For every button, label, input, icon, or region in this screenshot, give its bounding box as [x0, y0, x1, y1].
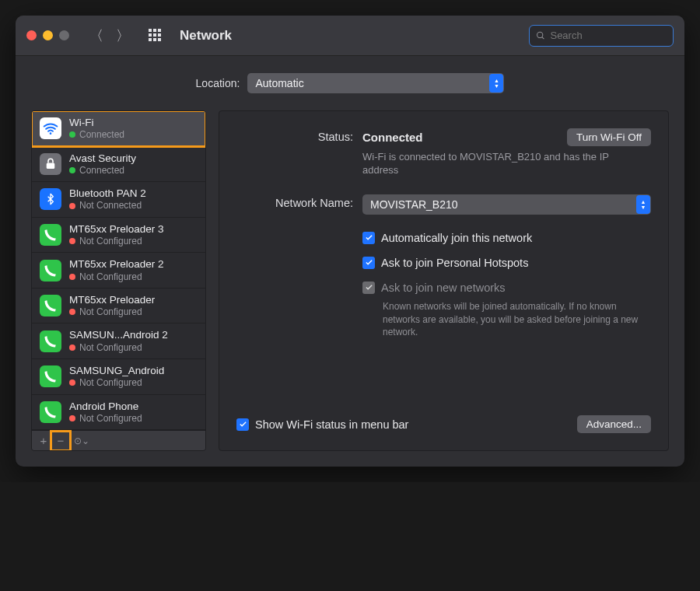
turn-wifi-off-button[interactable]: Turn Wi-Fi Off	[567, 128, 651, 146]
sidebar-item-bluetooth-pan-2[interactable]: Bluetooth PAN 2Not Connected	[32, 182, 205, 218]
minimize-window-button[interactable]	[43, 30, 53, 40]
service-text: MT65xx Preloader 2Not Configured	[69, 258, 164, 282]
advanced-button[interactable]: Advanced...	[577, 415, 651, 433]
service-status-text: Not Configured	[79, 271, 142, 282]
hotspot-label: Ask to join Personal Hotspots	[381, 257, 528, 269]
service-name: Android Phone	[69, 400, 142, 413]
network-preferences-window: 〈 〉 Network Location: Automatic ▲▼ Wi-Fi…	[16, 16, 684, 467]
location-label: Location:	[196, 77, 240, 89]
svg-line-1	[542, 37, 544, 39]
service-status-text: Connected	[79, 129, 124, 140]
service-text: Android PhoneNot Configured	[69, 400, 142, 425]
service-text: SAMSUN...Android 2Not Configured	[69, 329, 168, 353]
status-dot-icon	[69, 167, 75, 173]
sidebar-item-samsung-android[interactable]: SAMSUNG_AndroidNot Configured	[32, 359, 205, 395]
back-button[interactable]: 〈	[89, 29, 103, 43]
status-dot-icon	[69, 274, 75, 280]
sidebar-item-mt65xx-preloader-3[interactable]: MT65xx Preloader 3Not Configured	[32, 218, 205, 254]
sidebar-item-avast-security[interactable]: Avast SecurityConnected	[32, 147, 205, 183]
status-value: Connected	[362, 131, 423, 144]
status-dot-icon	[69, 415, 75, 421]
service-actions-menu[interactable]: ⊙⌄	[73, 432, 90, 449]
search-icon	[536, 30, 545, 41]
forward-button[interactable]: 〉	[116, 29, 130, 43]
hotspot-checkbox-row[interactable]: Ask to join Personal Hotspots	[362, 257, 651, 269]
service-name: Wi-Fi	[69, 117, 124, 129]
service-name: SAMSUN...Android 2	[69, 329, 168, 341]
titlebar: 〈 〉 Network	[16, 16, 684, 56]
service-status-text: Connected	[79, 165, 124, 176]
service-name: SAMSUNG_Android	[69, 365, 164, 377]
phone-icon	[40, 330, 61, 352]
status-dot-icon	[69, 131, 75, 138]
service-status: Not Configured	[69, 271, 164, 282]
menubar-label: Show Wi-Fi status in menu bar	[255, 418, 408, 431]
traffic-lights	[26, 30, 69, 40]
wifi-icon	[40, 117, 61, 139]
checkbox-checked-icon	[362, 257, 375, 269]
sidebar-item-wi-fi[interactable]: Wi-FiConnected	[32, 111, 205, 147]
status-dot-icon	[69, 203, 75, 209]
service-status: Not Connected	[69, 200, 146, 211]
service-text: MT65xx Preloader 3Not Configured	[69, 223, 164, 247]
phone-icon	[40, 295, 61, 316]
dropdown-stepper-icon: ▲▼	[489, 74, 503, 93]
window-title: Network	[180, 28, 232, 44]
add-service-button[interactable]: +	[35, 432, 52, 449]
phone-icon	[40, 401, 61, 423]
service-name: MT65xx Preloader 3	[69, 223, 164, 236]
service-sidebar: Wi-FiConnectedAvast SecurityConnectedBlu…	[31, 110, 206, 451]
network-name-select[interactable]: MOVISTAR_B210 ▲▼	[362, 194, 651, 215]
service-text: MT65xx PreloaderNot Configured	[69, 294, 155, 318]
sidebar-toolbar: + − ⊙⌄	[32, 430, 205, 450]
sidebar-item-android-phone[interactable]: Android PhoneNot Configured	[32, 395, 205, 431]
service-text: Avast SecurityConnected	[69, 152, 136, 177]
location-select[interactable]: Automatic ▲▼	[247, 73, 504, 93]
phone-icon	[40, 365, 61, 387]
service-status: Connected	[69, 165, 136, 176]
service-status-text: Not Connected	[79, 200, 142, 211]
show-all-button[interactable]	[149, 29, 163, 43]
auto-join-checkbox-row[interactable]: Automatically join this network	[362, 232, 651, 244]
checkbox-checked-icon	[362, 282, 375, 294]
service-name: Bluetooth PAN 2	[69, 187, 146, 200]
service-status-text: Not Configured	[79, 413, 142, 424]
service-status: Connected	[69, 129, 124, 140]
status-dot-icon	[69, 344, 75, 351]
checkbox-checked-icon	[362, 232, 375, 244]
service-text: Wi-FiConnected	[69, 117, 124, 141]
service-status-text: Not Configured	[79, 236, 142, 247]
sidebar-item-samsun-android-2[interactable]: SAMSUN...Android 2Not Configured	[32, 323, 205, 359]
sidebar-item-mt65xx-preloader[interactable]: MT65xx PreloaderNot Configured	[32, 289, 205, 324]
detail-pane: Status: Connected Turn Wi-Fi Off Wi-Fi i…	[219, 110, 669, 451]
service-status: Not Configured	[69, 413, 142, 424]
network-name-label: Network Name:	[236, 194, 353, 209]
phone-icon	[40, 224, 61, 246]
service-text: SAMSUNG_AndroidNot Configured	[69, 365, 164, 389]
service-status: Not Configured	[69, 342, 168, 353]
service-name: Avast Security	[69, 152, 136, 165]
service-name: MT65xx Preloader 2	[69, 258, 164, 271]
status-label: Status:	[236, 128, 353, 143]
sidebar-item-mt65xx-preloader-2[interactable]: MT65xx Preloader 2Not Configured	[32, 253, 205, 289]
status-description: Wi-Fi is connected to MOVISTAR_B210 and …	[362, 151, 627, 177]
checkbox-checked-icon	[236, 418, 249, 431]
maximize-window-button	[59, 30, 69, 40]
close-window-button[interactable]	[26, 30, 37, 40]
svg-point-0	[537, 32, 543, 37]
remove-service-button[interactable]: −	[52, 432, 69, 449]
search-input[interactable]	[550, 30, 667, 41]
svg-rect-3	[47, 163, 55, 169]
phone-icon	[40, 260, 61, 282]
svg-point-2	[50, 133, 52, 135]
lock-icon	[40, 153, 61, 175]
location-row: Location: Automatic ▲▼	[16, 56, 684, 110]
bt-icon	[40, 188, 61, 210]
service-text: Bluetooth PAN 2Not Connected	[69, 187, 146, 212]
new-networks-checkbox-row[interactable]: Ask to join new networks	[362, 282, 651, 294]
service-status-text: Not Configured	[79, 342, 142, 353]
service-status: Not Configured	[69, 236, 164, 247]
search-field[interactable]	[529, 25, 674, 47]
new-networks-description: Known networks will be joined automatica…	[383, 300, 639, 339]
menubar-checkbox-row[interactable]: Show Wi-Fi status in menu bar	[236, 418, 408, 431]
